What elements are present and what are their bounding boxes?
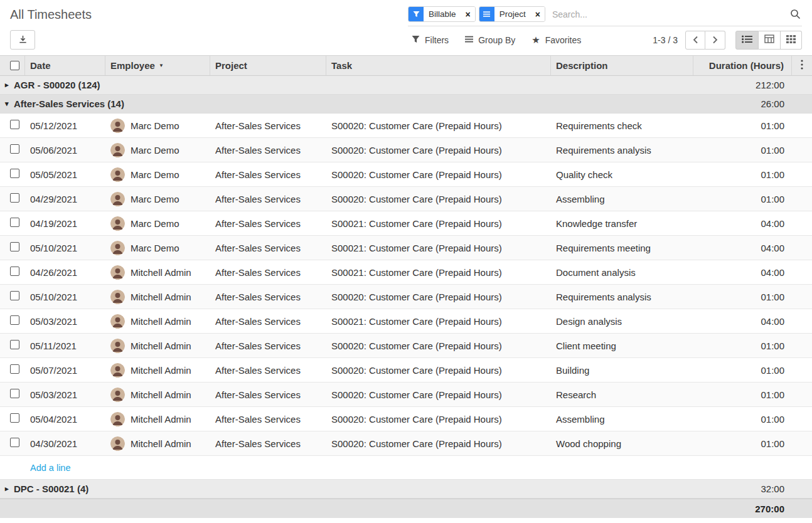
project-cell[interactable]: After-Sales Services (210, 365, 326, 376)
employee-cell[interactable]: Marc Demo (105, 241, 210, 255)
employee-cell[interactable]: Marc Demo (105, 216, 210, 231)
duration-cell[interactable]: 01:00 (693, 341, 792, 351)
row-checkbox[interactable] (10, 438, 19, 447)
search-icon[interactable] (789, 9, 802, 19)
search-bar[interactable]: Billable × Project × (408, 6, 802, 26)
description-cell[interactable]: Design analysis (551, 316, 693, 327)
facet-remove-button[interactable]: × (531, 7, 545, 21)
duration-cell[interactable]: 01:00 (693, 194, 792, 204)
task-cell[interactable]: S00021: Customer Care (Prepaid Hours) (326, 267, 551, 278)
table-row[interactable]: 05/11/2021 Mitchell Admin After-Sales Se… (0, 334, 812, 358)
employee-cell[interactable]: Mitchell Admin (105, 412, 210, 426)
employee-cell[interactable]: Mitchell Admin (105, 388, 210, 402)
project-cell[interactable]: After-Sales Services (210, 341, 326, 351)
task-cell[interactable]: S00020: Customer Care (Prepaid Hours) (326, 194, 551, 204)
search-facet-billable[interactable]: Billable × (408, 6, 476, 22)
employee-cell[interactable]: Marc Demo (105, 192, 210, 206)
description-cell[interactable]: Assembling (551, 194, 693, 204)
date-cell[interactable]: 04/30/2021 (25, 438, 105, 449)
group-row-agr-s00020[interactable]: ▸ AGR - S00020 (124) 212:00 (0, 76, 812, 95)
task-cell[interactable]: S00020: Customer Care (Prepaid Hours) (326, 169, 551, 180)
date-cell[interactable]: 05/05/2021 (25, 169, 105, 180)
project-cell[interactable]: After-Sales Services (210, 316, 326, 327)
description-cell[interactable]: Wood chopping (551, 438, 693, 449)
employee-cell[interactable]: Mitchell Admin (105, 339, 210, 353)
add-a-line-link[interactable]: Add a line (25, 463, 792, 473)
project-cell[interactable]: After-Sales Services (210, 243, 326, 253)
description-cell[interactable]: Research (551, 389, 693, 400)
row-checkbox[interactable] (10, 364, 19, 374)
table-row[interactable]: 05/05/2021 Marc Demo After-Sales Service… (0, 162, 812, 187)
employee-cell[interactable]: Marc Demo (105, 119, 210, 133)
date-cell[interactable]: 05/04/2021 (25, 414, 105, 425)
description-cell[interactable]: Client meeting (551, 341, 693, 351)
table-row[interactable]: 05/12/2021 Marc Demo After-Sales Service… (0, 114, 812, 138)
date-cell[interactable]: 05/10/2021 (25, 292, 105, 302)
column-header-employee[interactable]: Employee ▼ (105, 56, 210, 75)
table-row[interactable]: 04/30/2021 Mitchell Admin After-Sales Se… (0, 431, 812, 456)
list-view-button[interactable] (735, 31, 759, 50)
employee-cell[interactable]: Marc Demo (105, 167, 210, 182)
project-cell[interactable]: After-Sales Services (210, 218, 326, 229)
group-row-dpc-s00021[interactable]: ▸ DPC - S00021 (4) 32:00 (0, 480, 812, 499)
row-checkbox[interactable] (10, 193, 19, 203)
row-checkbox[interactable] (10, 267, 19, 276)
description-cell[interactable]: Requirements meeting (551, 243, 693, 253)
date-cell[interactable]: 05/10/2021 (25, 243, 105, 253)
duration-cell[interactable]: 01:00 (693, 169, 792, 180)
grid-view-button[interactable] (781, 31, 802, 50)
project-cell[interactable]: After-Sales Services (210, 194, 326, 204)
table-row[interactable]: 04/19/2021 Marc Demo After-Sales Service… (0, 211, 812, 236)
duration-cell[interactable]: 01:00 (693, 389, 792, 400)
column-header-duration[interactable]: Duration (Hours) (693, 56, 792, 75)
task-cell[interactable]: S00021: Customer Care (Prepaid Hours) (326, 316, 551, 327)
project-cell[interactable]: After-Sales Services (210, 169, 326, 180)
task-cell[interactable]: S00020: Customer Care (Prepaid Hours) (326, 365, 551, 376)
description-cell[interactable]: Requirements check (551, 120, 693, 131)
project-cell[interactable]: After-Sales Services (210, 267, 326, 278)
optional-columns-toggle[interactable] (792, 56, 812, 75)
export-button[interactable] (10, 30, 35, 50)
task-cell[interactable]: S00020: Customer Care (Prepaid Hours) (326, 120, 551, 131)
duration-cell[interactable]: 01:00 (693, 292, 792, 302)
project-cell[interactable]: After-Sales Services (210, 414, 326, 425)
row-checkbox[interactable] (10, 315, 19, 325)
facet-remove-button[interactable]: × (461, 7, 475, 21)
employee-cell[interactable]: Mitchell Admin (105, 290, 210, 304)
date-cell[interactable]: 04/29/2021 (25, 194, 105, 204)
select-all-checkbox[interactable] (10, 61, 19, 70)
favorites-button[interactable]: ★ Favorites (528, 31, 585, 49)
employee-cell[interactable]: Mitchell Admin (105, 363, 210, 378)
task-cell[interactable]: S00021: Customer Care (Prepaid Hours) (326, 243, 551, 253)
description-cell[interactable]: Document analysis (551, 267, 693, 278)
table-row[interactable]: 05/03/2021 Mitchell Admin After-Sales Se… (0, 383, 812, 407)
filters-button[interactable]: Filters (408, 31, 452, 49)
duration-cell[interactable]: 04:00 (693, 218, 792, 229)
pager-next-button[interactable] (705, 31, 725, 50)
table-row[interactable]: 05/04/2021 Mitchell Admin After-Sales Se… (0, 407, 812, 431)
column-header-task[interactable]: Task (326, 56, 551, 75)
row-checkbox[interactable] (10, 144, 19, 154)
duration-cell[interactable]: 04:00 (693, 267, 792, 278)
project-cell[interactable]: After-Sales Services (210, 389, 326, 400)
date-cell[interactable]: 05/07/2021 (25, 365, 105, 376)
table-row[interactable]: 05/06/2021 Marc Demo After-Sales Service… (0, 138, 812, 162)
column-header-project[interactable]: Project (210, 56, 326, 75)
table-row[interactable]: 04/29/2021 Marc Demo After-Sales Service… (0, 187, 812, 211)
date-cell[interactable]: 05/06/2021 (25, 145, 105, 156)
description-cell[interactable]: Quality check (551, 169, 693, 180)
description-cell[interactable]: Knowledge transfer (551, 218, 693, 229)
duration-cell[interactable]: 04:00 (693, 316, 792, 327)
table-row[interactable]: 05/10/2021 Mitchell Admin After-Sales Se… (0, 285, 812, 309)
description-cell[interactable]: Building (551, 365, 693, 376)
row-checkbox[interactable] (10, 389, 19, 398)
date-cell[interactable]: 05/03/2021 (25, 389, 105, 400)
date-cell[interactable]: 05/11/2021 (25, 341, 105, 351)
description-cell[interactable]: Requirements analysis (551, 292, 693, 302)
table-row[interactable]: 05/03/2021 Mitchell Admin After-Sales Se… (0, 309, 812, 334)
date-cell[interactable]: 04/19/2021 (25, 218, 105, 229)
project-cell[interactable]: After-Sales Services (210, 145, 326, 156)
task-cell[interactable]: S00021: Customer Care (Prepaid Hours) (326, 218, 551, 229)
search-facet-project[interactable]: Project × (479, 6, 545, 22)
task-cell[interactable]: S00020: Customer Care (Prepaid Hours) (326, 145, 551, 156)
